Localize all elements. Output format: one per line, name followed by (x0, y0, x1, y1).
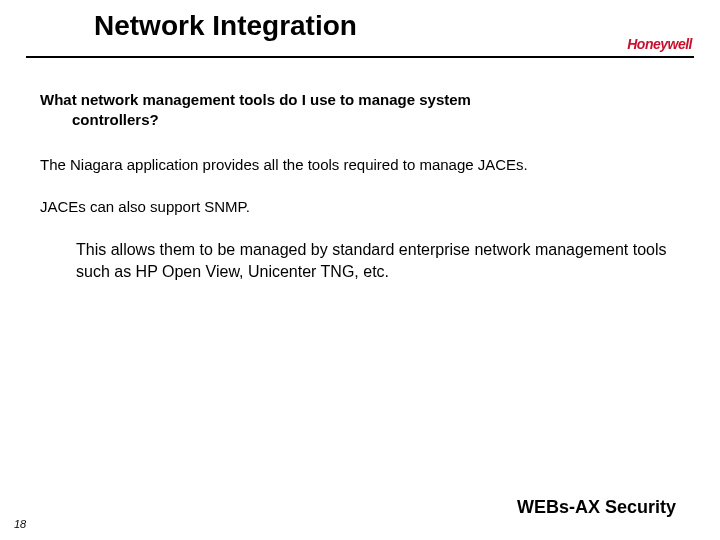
body-paragraph-3: This allows them to be managed by standa… (76, 239, 670, 282)
body-paragraph-2: JACEs can also support SNMP. (40, 197, 680, 217)
header-divider (26, 56, 694, 58)
body-paragraph-1: The Niagara application provides all the… (40, 155, 680, 175)
slide-title: Network Integration (94, 10, 357, 42)
brand-logo: Honeywell (627, 36, 692, 52)
question-heading: What network management tools do I use t… (40, 90, 680, 131)
footer-title: WEBs-AX Security (517, 497, 676, 518)
question-line1: What network management tools do I use t… (40, 91, 471, 108)
content-area: What network management tools do I use t… (40, 90, 680, 282)
page-number: 18 (14, 518, 26, 530)
question-line2: controllers? (40, 110, 680, 130)
